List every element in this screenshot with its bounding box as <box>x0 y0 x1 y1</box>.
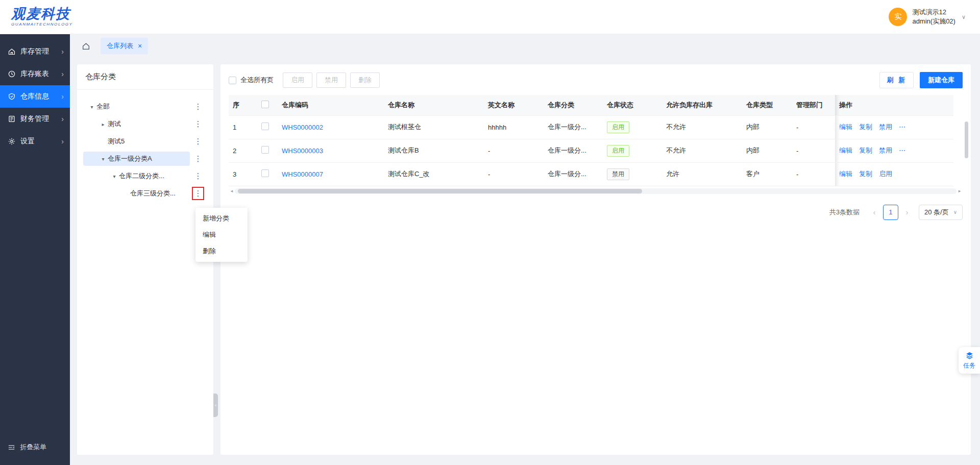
tree-node-test5[interactable]: 测试5 ⋮ <box>83 133 209 150</box>
more-actions-icon[interactable]: ⋯ <box>899 123 905 131</box>
panel-title: 仓库分类 <box>77 64 213 90</box>
tree-node-all[interactable]: ▾ 全部 ⋮ <box>83 98 209 115</box>
tree-node-label: 仓库二级分类... <box>119 172 164 181</box>
collapse-menu-button[interactable]: 折叠菜单 <box>0 437 70 457</box>
warehouse-list-panel: 全选所有页 启用 禁用 删除 刷 新 新建仓库 序 仓库编码 仓库名称 英文名称… <box>220 64 971 455</box>
scroll-left-icon[interactable]: ◂ <box>229 188 235 193</box>
warehouse-code-link[interactable]: WHS0000003 <box>282 147 323 155</box>
warehouse-category: 仓库一级分... <box>544 139 603 162</box>
refresh-button[interactable]: 刷 新 <box>879 72 914 88</box>
enable-action[interactable]: 启用 <box>879 170 892 178</box>
menu-item-edit[interactable]: 编辑 <box>195 227 248 243</box>
chevron-right-icon: › <box>61 137 64 145</box>
sidebar-item-label: 财务管理 <box>20 114 61 124</box>
warehouse-code-link[interactable]: WHS0000002 <box>282 124 323 131</box>
total-count: 共3条数据 <box>829 208 860 217</box>
home-icon[interactable] <box>80 40 91 52</box>
tree-node-test[interactable]: ▸ 测试 ⋮ <box>83 115 209 133</box>
more-actions-icon[interactable]: ⋯ <box>899 146 905 154</box>
warehouse-category: 仓库一级分... <box>544 115 603 139</box>
user-menu[interactable]: 实 测试演示12 admin(实施02) ∨ <box>889 8 966 26</box>
sidebar-item-settings[interactable]: 设置 › <box>0 130 70 153</box>
copy-action[interactable]: 复制 <box>859 146 872 154</box>
next-page-icon[interactable]: › <box>901 208 913 216</box>
delete-button[interactable]: 删除 <box>350 72 380 88</box>
avatar[interactable]: 实 <box>889 8 907 26</box>
menu-item-add-category[interactable]: 新增分类 <box>195 210 248 227</box>
brand-logo[interactable]: 观麦科技 GUANMAITECHNOLOGY <box>11 7 73 27</box>
chevron-down-icon[interactable]: ∨ <box>962 14 966 20</box>
caret-down-icon[interactable]: ▾ <box>110 174 119 179</box>
scroll-right-icon[interactable]: ▸ <box>957 188 963 193</box>
status-badge: 启用 <box>607 121 629 133</box>
disable-action[interactable]: 禁用 <box>879 146 892 154</box>
sidebar-item-finance[interactable]: 财务管理 › <box>0 108 70 130</box>
warehouse-en-name: hhhhh <box>484 115 544 139</box>
task-fab-button[interactable]: 任务 <box>959 347 980 374</box>
disable-action[interactable]: 禁用 <box>879 123 892 131</box>
col-status: 仓库状态 <box>603 95 662 115</box>
menu-item-delete[interactable]: 删除 <box>195 243 248 259</box>
tab-warehouse-list[interactable]: 仓库列表 × <box>101 38 148 54</box>
tree-node-level3[interactable]: 仓库三级分类... ⋮ <box>83 185 209 202</box>
disable-button[interactable]: 禁用 <box>316 72 346 88</box>
dept-value: - <box>792 139 835 162</box>
page-number[interactable]: 1 <box>883 205 898 220</box>
sidebar-item-ledger[interactable]: 库存账表 › <box>0 63 70 85</box>
warehouse-en-name: - <box>484 162 544 186</box>
more-actions-icon[interactable]: ⋮ <box>193 136 203 147</box>
warehouse-icon <box>8 92 16 101</box>
tree-node-label: 测试 <box>108 119 121 129</box>
create-warehouse-button[interactable]: 新建仓库 <box>920 72 963 88</box>
row-checkbox[interactable] <box>261 169 269 177</box>
enable-button[interactable]: 启用 <box>283 72 312 88</box>
tree-node-level1-a[interactable]: ▾ 仓库一级分类A ⋮ <box>83 150 209 167</box>
select-all-checkbox[interactable] <box>229 77 236 84</box>
logo-title: 观麦科技 <box>11 7 73 21</box>
header-checkbox[interactable] <box>261 101 269 108</box>
sidebar-item-label: 库存账表 <box>20 69 61 79</box>
task-fab-label: 任务 <box>963 361 975 370</box>
scrollbar-track[interactable] <box>235 188 957 194</box>
copy-action[interactable]: 复制 <box>859 170 872 178</box>
copy-action[interactable]: 复制 <box>859 123 872 131</box>
more-actions-icon[interactable]: ⋮ <box>193 170 203 182</box>
vertical-scrollbar[interactable] <box>965 121 968 193</box>
scrollbar-thumb[interactable] <box>238 189 642 193</box>
sidebar-item-warehouse[interactable]: 仓库信息 › <box>0 85 70 108</box>
caret-right-icon[interactable]: ▸ <box>99 121 108 127</box>
edit-action[interactable]: 编辑 <box>839 146 852 154</box>
table-row: 3 WHS0000007 测试仓库C_改 - 仓库一级分... 禁用 允许 客户… <box>229 162 953 186</box>
tree-node-level2[interactable]: ▾ 仓库二级分类... ⋮ <box>83 167 209 185</box>
row-checkbox[interactable] <box>261 123 269 130</box>
col-en-name: 英文名称 <box>484 95 544 115</box>
row-checkbox[interactable] <box>261 146 269 154</box>
finance-icon <box>8 115 16 123</box>
warehouse-name: 测试根茎仓 <box>384 115 484 139</box>
col-type: 仓库类型 <box>742 95 792 115</box>
page-size-select[interactable]: 20 条/页 ∨ <box>919 205 963 220</box>
caret-down-icon[interactable]: ▾ <box>87 104 96 110</box>
warehouse-code-link[interactable]: WHS0000007 <box>282 170 323 178</box>
edit-action[interactable]: 编辑 <box>839 170 852 178</box>
panel-collapse-handle[interactable]: ‹ <box>213 394 218 417</box>
layers-icon <box>965 351 974 360</box>
more-actions-icon[interactable]: ⋮ <box>193 153 203 164</box>
sidebar-item-inventory[interactable]: 库存管理 › <box>0 40 70 63</box>
dept-value: - <box>792 162 835 186</box>
more-actions-icon-highlighted[interactable]: ⋮ <box>193 188 203 199</box>
tree-node-label: 测试5 <box>108 137 125 146</box>
prev-page-icon[interactable]: ‹ <box>869 208 880 216</box>
more-actions-icon[interactable]: ⋮ <box>193 118 203 130</box>
col-allow-negative: 允许负库存出库 <box>662 95 742 115</box>
status-badge: 启用 <box>607 145 629 157</box>
page-size-value: 20 条/页 <box>924 208 949 217</box>
allow-negative-value: 不允许 <box>662 139 742 162</box>
warehouse-category: 仓库一级分... <box>544 162 603 186</box>
table-toolbar: 全选所有页 启用 禁用 删除 刷 新 新建仓库 <box>220 64 971 95</box>
edit-action[interactable]: 编辑 <box>839 123 852 131</box>
scrollbar-thumb[interactable] <box>965 121 968 158</box>
caret-down-icon[interactable]: ▾ <box>99 156 108 162</box>
close-icon[interactable]: × <box>138 42 142 50</box>
more-actions-icon[interactable]: ⋮ <box>193 101 203 112</box>
